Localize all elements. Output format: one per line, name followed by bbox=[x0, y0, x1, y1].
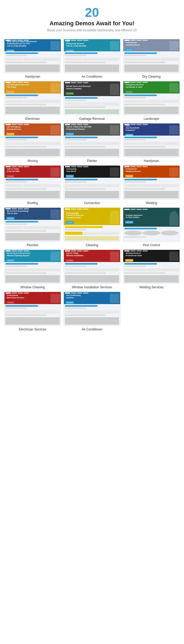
demo-label-handyman2: Handyman bbox=[144, 159, 159, 163]
demo-item-electrician[interactable]: 24/7 Emergency ServicesCall Today Get Qu… bbox=[4, 81, 61, 121]
demo-item-garbage[interactable]: We Are Your Local RemovalService Company… bbox=[64, 81, 120, 121]
demos-grid: What Can Our Home ImprovementProfessiona… bbox=[0, 36, 184, 338]
demo-label-plumber: Plumber bbox=[27, 243, 39, 247]
demo-thumb-cleaning: ProfessionallyTrained To Give OutThe Bes… bbox=[64, 207, 120, 242]
demo-item-windowcleaning[interactable]: We are best at all services!Window Clean… bbox=[4, 250, 61, 289]
demo-thumb-landscape: Emergency ServicesLandscape & Lawn Get Q… bbox=[123, 81, 180, 115]
demo-label-landscape: Landscape bbox=[144, 117, 159, 121]
demo-item-landscape[interactable]: Emergency ServicesLandscape & Lawn Get Q… bbox=[123, 81, 180, 121]
demo-label-aircond: Air Conditioner bbox=[81, 75, 102, 78]
demo-thumb-roofing: Call Us Today(719) 445-3808 Get Quote bbox=[4, 165, 61, 200]
demo-thumb-painter: Call Us Today (719) 445-3808Professional… bbox=[64, 123, 120, 157]
demo-item-electricianservices[interactable]: ProfessionalElectrician Services Get Quo… bbox=[4, 292, 61, 331]
demo-label-cleaning: Cleaning bbox=[86, 243, 98, 247]
demo-thumb-windowcleaning: We are best at all services!Window Clean… bbox=[4, 250, 61, 284]
demo-thumb-handyman: What Can Our Home ImprovementProfessiona… bbox=[4, 39, 61, 73]
demo-label-pestcontrol: Pest Control bbox=[143, 243, 160, 247]
demo-label-aircond2: Air Conditioner bbox=[81, 328, 102, 331]
demo-label-electrician: Electrician bbox=[25, 117, 40, 121]
demo-item-pestcontrol[interactable]: Complex ApproachTo Pest Control Get Quot… bbox=[123, 207, 180, 247]
demo-label-painter: Painter bbox=[87, 159, 97, 163]
header-subtitle: Boost your business with incredible func… bbox=[3, 28, 181, 32]
demo-thumb-moving: 24/7 EmergencyMoving Services Get Quote bbox=[4, 123, 61, 157]
demo-thumb-plumber: We are best at plumbing!Call Us Now Get … bbox=[4, 207, 61, 242]
demo-item-aircond2[interactable]: Air ConditioningServices Get Quote Air C… bbox=[64, 292, 120, 331]
demo-item-handyman2[interactable]: HaveAny HouseholdProblems? Get Quote Han… bbox=[123, 123, 180, 163]
demo-thumb-welding: ProfessionalWelding Services Get Quote bbox=[123, 165, 180, 200]
demo-label-electricianservices: Electrician Services bbox=[19, 328, 47, 331]
demo-label-handyman: Handyman bbox=[25, 75, 40, 78]
demo-label-garbage: Garbage Removal bbox=[79, 117, 105, 121]
demo-label-moving: Moving bbox=[28, 159, 38, 163]
demo-thumb-windowinstall: Call Us TodayWindow Installation Get Quo… bbox=[64, 250, 120, 284]
header: 20 Amazing Demos Await for You! Boost yo… bbox=[0, 0, 184, 36]
header-title: Amazing Demos Await for You! bbox=[3, 20, 181, 27]
demo-item-drycleaning[interactable]: ProfessionalLaundry Service Get Quote Dr… bbox=[123, 39, 180, 78]
demo-item-moving[interactable]: 24/7 EmergencyMoving Services Get Quote … bbox=[4, 123, 61, 163]
demo-thumb-drycleaning: ProfessionalLaundry Service Get Quote bbox=[123, 39, 180, 73]
demo-label-weldingservices: Welding Services bbox=[139, 285, 163, 289]
demo-label-welding: Welding bbox=[146, 201, 157, 205]
demo-thumb-connection: ConnectingYour World Get Quote bbox=[64, 165, 120, 200]
demo-item-painter[interactable]: Call Us Today (719) 445-3808Professional… bbox=[64, 123, 120, 163]
demo-thumb-aircond: 24/7Emergency ServicesCall Us: (718) 445… bbox=[64, 39, 120, 73]
demo-thumb-electricianservices: ProfessionalElectrician Services Get Quo… bbox=[4, 292, 61, 326]
demo-item-roofing[interactable]: Call Us Today(719) 445-3808 Get Quote Ro… bbox=[4, 165, 61, 205]
demo-item-cleaning[interactable]: ProfessionallyTrained To Give OutThe Bes… bbox=[64, 207, 120, 247]
demo-thumb-handyman2: HaveAny HouseholdProblems? Get Quote bbox=[123, 123, 180, 157]
demo-thumb-garbage: We Are Your Local RemovalService Company… bbox=[64, 81, 120, 115]
demo-label-drycleaning: Dry Cleaning bbox=[142, 75, 160, 78]
demo-label-windowinstall: Window Installation Services bbox=[72, 285, 112, 289]
demo-item-connection[interactable]: ConnectingYour World Get Quote Connectio… bbox=[64, 165, 120, 205]
demo-item-windowinstall[interactable]: Call Us TodayWindow Installation Get Quo… bbox=[64, 250, 120, 289]
demo-thumb-weldingservices: Welding ServicesProfessional Team Get Qu… bbox=[123, 250, 180, 284]
demo-item-welding[interactable]: ProfessionalWelding Services Get Quote W… bbox=[123, 165, 180, 205]
demo-item-handyman[interactable]: What Can Our Home ImprovementProfessiona… bbox=[4, 39, 61, 78]
demo-thumb-pestcontrol: Complex ApproachTo Pest Control Get Quot… bbox=[123, 207, 180, 242]
demo-item-plumber[interactable]: We are best at plumbing!Call Us Now Get … bbox=[4, 207, 61, 247]
demo-item-weldingservices[interactable]: Welding ServicesProfessional Team Get Qu… bbox=[123, 250, 180, 289]
demo-label-roofing: Roofing bbox=[27, 201, 38, 205]
demo-count: 20 bbox=[3, 6, 181, 19]
demo-item-aircond[interactable]: 24/7Emergency ServicesCall Us: (718) 445… bbox=[64, 39, 120, 78]
demo-label-connection: Connection bbox=[84, 201, 100, 205]
demo-label-windowcleaning: Window Cleaning bbox=[20, 285, 45, 289]
demo-thumb-electrician: 24/7 Emergency ServicesCall Today Get Qu… bbox=[4, 81, 61, 115]
demo-thumb-aircond2: Air ConditioningServices Get Quote bbox=[64, 292, 120, 326]
